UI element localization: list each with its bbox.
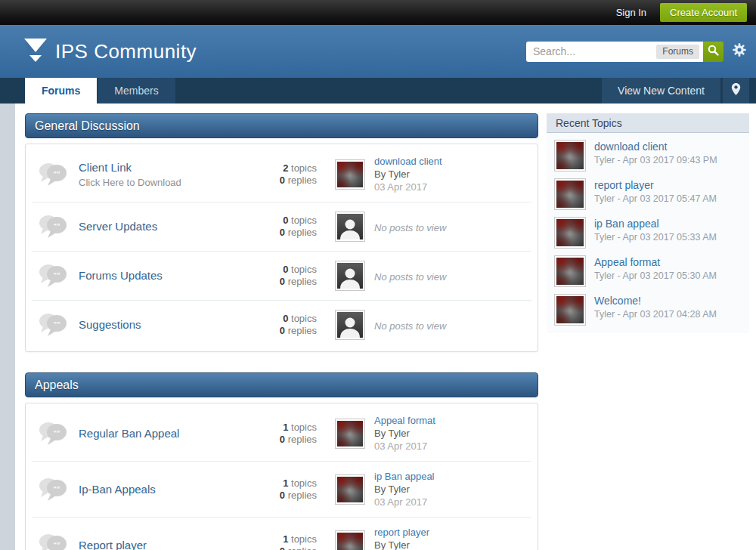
last-post-author: By Tyler [374, 168, 530, 180]
recent-topic-text: download client Tyler - Apr 03 2017 09:4… [594, 140, 717, 171]
forum-row-server-updates: “” Server Updates 0 topics 0 replies [32, 202, 531, 252]
category-header[interactable]: General Discussion [25, 113, 538, 138]
recent-topics-title: Recent Topics [547, 113, 749, 133]
svg-text:“”: “” [54, 541, 60, 548]
forum-stats: 1 topics 0 replies [252, 533, 317, 550]
recent-topic-item: Appeal format Tyler - Apr 03 2017 05:30 … [547, 249, 749, 287]
avatar[interactable] [554, 178, 586, 210]
recent-topic-link[interactable]: Appeal format [594, 256, 717, 268]
search-button[interactable] [703, 42, 723, 62]
forum-link[interactable]: Report player [79, 539, 147, 550]
last-post: No posts to view [374, 221, 530, 233]
avatar[interactable] [335, 419, 365, 449]
person-silhouette-icon [337, 263, 363, 289]
topic-count: 0 [283, 215, 288, 226]
topics-label: topics [291, 162, 317, 174]
forum-link[interactable]: Regular Ban Appeal [79, 427, 179, 440]
search-scope-dropdown[interactable]: Forums [656, 45, 699, 59]
create-account-button[interactable]: Create Account [660, 3, 747, 22]
forum-stats: 1 topics 0 replies [252, 422, 317, 446]
default-avatar [335, 261, 365, 291]
last-post-link[interactable]: report player [374, 527, 530, 538]
replies-label: replies [288, 434, 317, 445]
speech-bubbles-icon: “” [38, 213, 68, 240]
forum-row-report-player: “” Report player 1 topics 0 replies repo… [32, 518, 531, 550]
recent-topic-link[interactable]: download client [594, 141, 717, 153]
forum-link[interactable]: Server Updates [79, 220, 157, 233]
avatar[interactable] [335, 530, 365, 550]
topics-label: topics [291, 313, 317, 324]
forum-stats: 2 topics 0 replies [252, 162, 317, 187]
topic-count: 1 [283, 533, 288, 545]
forum-stats: 0 topics 0 replies [252, 215, 317, 239]
last-post: ip Ban appeal By Tyler 03 Apr 2017 [374, 471, 530, 508]
svg-text:“”: “” [54, 271, 60, 279]
recent-topic-meta: Tyler - Apr 03 2017 05:47 AM [594, 193, 717, 204]
recent-topic-text: Appeal format Tyler - Apr 03 2017 05:30 … [594, 255, 717, 287]
site-title: IPS Community [55, 40, 197, 63]
last-post: download client By Tyler 03 Apr 2017 [374, 156, 530, 193]
replies-label: replies [288, 227, 317, 238]
recent-topic-link[interactable]: Welcome! [594, 295, 717, 307]
location-button[interactable] [723, 78, 749, 104]
category-panel: “” Client Link Click Here to Download 2 … [25, 144, 538, 352]
site-logo[interactable]: IPS Community [24, 38, 197, 65]
view-new-content-button[interactable]: View New Content [602, 78, 720, 104]
no-posts-text: No posts to view [374, 271, 530, 283]
ips-logo-icon [24, 38, 47, 65]
forum-info: Server Updates [79, 220, 252, 233]
last-post-link[interactable]: Appeal format [374, 415, 530, 426]
forum-link[interactable]: Client Link [79, 161, 132, 174]
speech-bubbles-icon: “” [38, 311, 68, 338]
avatar[interactable] [335, 159, 365, 190]
forum-row-forums-updates: “” Forums Updates 0 topics 0 replies [32, 252, 531, 301]
avatar[interactable] [554, 217, 586, 249]
speech-bubbles-icon: “” [38, 161, 68, 188]
replies-label: replies [288, 490, 317, 501]
tab-forums[interactable]: Forums [25, 78, 97, 104]
recent-topic-text: ip Ban appeal Tyler - Apr 03 2017 05:33 … [594, 217, 717, 249]
last-post: Appeal format By Tyler 03 Apr 2017 [374, 415, 530, 452]
forum-list-column: General Discussion “” Client Link [25, 113, 538, 550]
settings-button[interactable] [732, 42, 747, 60]
recent-topic-meta: Tyler - Apr 03 2017 05:33 AM [594, 232, 717, 243]
forum-info: Regular Ban Appeal [79, 427, 252, 440]
topics-label: topics [291, 215, 317, 226]
topic-count: 1 [283, 477, 288, 489]
category-header[interactable]: Appeals [25, 372, 538, 397]
avatar[interactable] [554, 255, 586, 287]
replies-label: replies [288, 545, 317, 550]
svg-text:“”: “” [54, 429, 60, 437]
avatar[interactable] [554, 140, 586, 171]
forum-row-client-link: “” Client Link Click Here to Download 2 … [32, 147, 531, 202]
reply-count: 0 [280, 434, 285, 445]
forum-info: Forums Updates [79, 269, 252, 283]
forum-row-ip-ban-appeals: “” Ip-Ban Appeals 1 topics 0 replies ip … [32, 462, 531, 518]
last-post-link[interactable]: download client [374, 156, 530, 167]
last-post: No posts to view [374, 319, 530, 332]
avatar[interactable] [554, 294, 586, 326]
last-post-link[interactable]: ip Ban appeal [374, 471, 530, 482]
svg-text:“”: “” [54, 222, 60, 230]
recent-topic-link[interactable]: report player [594, 179, 717, 191]
forum-link[interactable]: Ip-Ban Appeals [79, 483, 156, 496]
forum-link[interactable]: Forums Updates [79, 269, 163, 282]
avatar[interactable] [335, 474, 365, 505]
reply-count: 0 [280, 490, 285, 501]
last-post-author: By Tyler [374, 539, 530, 550]
forum-stats: 0 topics 0 replies [252, 264, 317, 288]
forum-description: Click Here to Download [79, 177, 252, 188]
last-post-date: 03 Apr 2017 [374, 440, 530, 452]
tab-members[interactable]: Members [98, 78, 175, 104]
recent-topic-link[interactable]: ip Ban appeal [594, 218, 717, 230]
reply-count: 0 [280, 545, 285, 550]
last-post-author: By Tyler [374, 484, 530, 495]
replies-label: replies [288, 325, 317, 336]
top-bar: Sign In Create Account [0, 0, 756, 25]
topic-count: 0 [283, 264, 288, 275]
speech-bubbles-icon: “” [38, 420, 68, 447]
forum-link[interactable]: Suggestions [79, 318, 141, 331]
reply-count: 0 [280, 175, 285, 186]
sign-in-link[interactable]: Sign In [616, 7, 646, 18]
category-panel: “” Regular Ban Appeal 1 topics 0 replies… [25, 403, 538, 550]
